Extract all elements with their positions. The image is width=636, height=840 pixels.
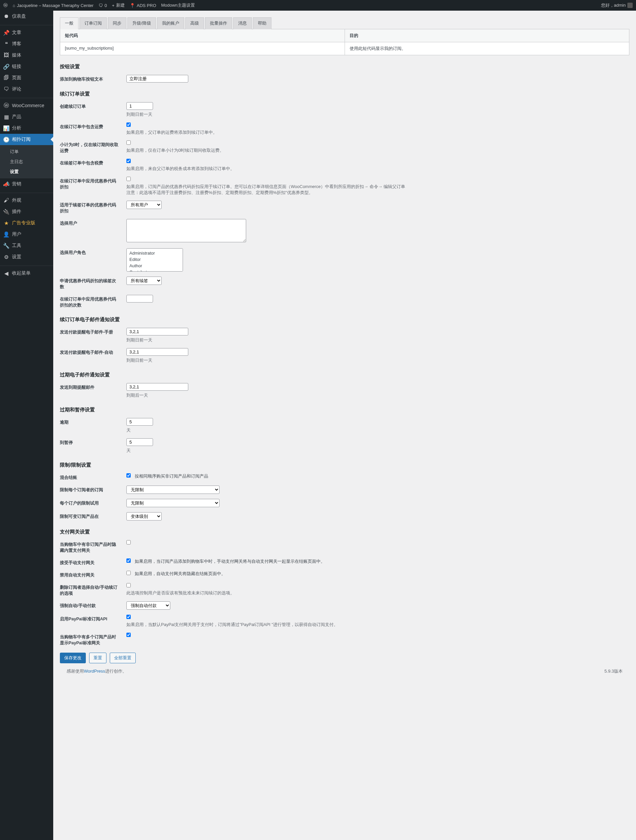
main-content: 一般 订单订阅 同步 升级/降级 我的账户 高级 批量操作 消息 帮助 短代码 … <box>53 11 636 840</box>
label-limit-variant: 限制可变订阅产品在 <box>60 512 126 519</box>
menu-users[interactable]: 👤用户 <box>0 229 53 240</box>
analytics-icon: 📊 <box>3 125 9 131</box>
input-button-text[interactable] <box>126 75 188 82</box>
menu-pages[interactable]: 🗐页面 <box>0 72 53 84</box>
checkbox-manual-gateway[interactable] <box>126 559 131 563</box>
select-discount-user[interactable]: 所有用户 <box>126 201 162 209</box>
select-renewal-count[interactable]: 所有续签 <box>126 276 162 285</box>
label-limit-sub: 限制每个订阅者的订阅 <box>60 486 126 493</box>
role-option[interactable]: Author <box>128 262 181 269</box>
select-limit-sub[interactable]: 无限制 <box>126 486 220 494</box>
checkbox-paypal[interactable] <box>126 615 131 619</box>
reset-all-button[interactable]: 全部重置 <box>110 653 136 663</box>
tab-my-account[interactable]: 我的账户 <box>157 17 184 29</box>
menu-tools[interactable]: 🔧工具 <box>0 240 53 251</box>
menu-plugins[interactable]: 🔌插件 <box>0 206 53 217</box>
menu-marketing[interactable]: 📣营销 <box>0 178 53 190</box>
multiselect-roles[interactable]: Administrator Editor Author Contributor <box>126 248 183 272</box>
label-discount-user: 适用于续签订单的优惠券代码折扣 <box>60 201 126 214</box>
brush-icon: 🖌 <box>3 197 9 203</box>
select-limit-variant[interactable]: 变体级别 <box>126 512 162 521</box>
input-overdue-email[interactable] <box>126 383 188 391</box>
footer-wordpress-link[interactable]: WordPress <box>84 669 105 674</box>
section-expiry: 过期和暂停设置 <box>60 407 629 413</box>
shortcode-table-row: [sumo_my_subscriptions] 使用此短代码显示我的订阅。 <box>60 42 629 55</box>
menu-products[interactable]: ▦产品 <box>0 111 53 123</box>
tab-advanced[interactable]: 高级 <box>185 17 204 29</box>
comments-link[interactable]: 🗨 0 <box>98 3 107 8</box>
tab-messages[interactable]: 消息 <box>233 17 252 29</box>
menu-posts[interactable]: 📌文章 <box>0 27 53 38</box>
save-button[interactable]: 保存更改 <box>60 653 86 663</box>
menu-settings[interactable]: ⚙设置 <box>0 251 53 262</box>
input-email-auto[interactable] <box>126 348 188 356</box>
greeting-link[interactable]: 您好，admin <box>601 2 633 8</box>
ads-pro-link[interactable]: 📍 ADS PRO <box>130 3 156 8</box>
menu-appearance[interactable]: 🖌外观 <box>0 195 53 206</box>
help-coupon: 如果启用，订阅产品的优惠券代码折扣应用于续订订单。您可以在订单详细信息页面（Wo… <box>126 184 629 196</box>
role-option[interactable]: Administrator <box>128 250 181 256</box>
checkbox-hide-gateway[interactable] <box>126 540 131 545</box>
checkbox-multi-paypal[interactable] <box>126 633 131 637</box>
reset-button[interactable]: 重置 <box>89 653 107 663</box>
media-icon: 🖾 <box>3 52 9 58</box>
input-expiry[interactable] <box>126 438 153 446</box>
help-email-manual: 到期日前一天 <box>126 337 629 343</box>
role-option[interactable]: Contributor <box>128 269 181 272</box>
footer: 感谢使用WordPress进行创作。 5.9.3版本 <box>60 663 629 679</box>
modown-link[interactable]: Modown主题设置 <box>161 2 195 8</box>
menu-comments[interactable]: 🗨评论 <box>0 84 53 95</box>
menu-dashboard[interactable]: ⏺仪表盘 <box>0 11 53 22</box>
gear-icon: ⚙ <box>3 254 9 260</box>
label-overdue-email: 发送到期提醒邮件 <box>60 383 126 390</box>
menu-woocommerce[interactable]: ⓦWooCommerce <box>0 100 53 111</box>
tab-bulk[interactable]: 批量操作 <box>205 17 232 29</box>
menu-blog[interactable]: ❝博客 <box>0 38 53 50</box>
input-email-manual[interactable] <box>126 328 188 335</box>
tab-order-sub[interactable]: 订单订阅 <box>80 17 107 29</box>
checkbox-tax[interactable] <box>126 159 131 163</box>
checkbox-shipping[interactable] <box>126 123 131 127</box>
menu-ads-pro[interactable]: ★广告专业版 <box>0 217 53 229</box>
user-icon: 👤 <box>3 231 9 237</box>
menu-subscriptions[interactable]: 🕒相扑订阅 <box>0 134 53 145</box>
page-icon: 🗐 <box>3 75 9 81</box>
role-option[interactable]: Editor <box>128 256 181 262</box>
sub-settings[interactable]: 设置 <box>0 167 53 177</box>
tab-help[interactable]: 帮助 <box>253 17 271 29</box>
label-paypal: 启用PayPal标准订阅API <box>60 615 126 622</box>
tab-upgrade[interactable]: 升级/降级 <box>128 17 156 29</box>
menu-collapse[interactable]: ◀收起菜单 <box>0 268 53 279</box>
checkbox-coupon[interactable] <box>126 177 131 181</box>
textarea-select-user[interactable] <box>126 219 246 242</box>
sub-master[interactable]: 主日志 <box>0 157 53 167</box>
menu-links[interactable]: 🔗链接 <box>0 61 53 72</box>
footer-thanks-prefix: 感谢使用 <box>66 669 84 674</box>
sub-orders[interactable]: 订单 <box>0 147 53 157</box>
avatar-icon <box>627 3 633 8</box>
input-create-renewal[interactable] <box>126 102 153 110</box>
checkbox-subtotal[interactable] <box>126 141 131 145</box>
checkbox-delete-sub[interactable] <box>126 583 131 587</box>
input-discount-times[interactable] <box>126 295 153 303</box>
help-tax: 如果启用，来自父订单的税务成本将添加到续订订单中。 <box>126 166 629 172</box>
select-limit-trial[interactable]: 无限制 <box>126 499 220 507</box>
new-link[interactable]: + 新建 <box>112 2 125 8</box>
site-link[interactable]: ⌂ Jacqueline – Massage Theraphy Center <box>13 3 93 8</box>
help-create-renewal: 到期日前一天 <box>126 112 629 117</box>
checkbox-disable-auto[interactable] <box>126 571 131 575</box>
select-force-pay[interactable]: 强制自动付款 <box>126 602 170 610</box>
input-overdue[interactable] <box>126 418 153 426</box>
wp-logo[interactable]: ⓦ <box>3 2 8 8</box>
checkbox-mixed[interactable] <box>126 473 131 478</box>
label-expiry: 到暂停 <box>60 438 126 445</box>
help-subtotal: 如果启用，仅在订单小计为0时续订期间收取运费。 <box>126 147 629 153</box>
menu-media[interactable]: 🖾媒体 <box>0 50 53 61</box>
label-email-auto: 发送付款提醒电子邮件-自动 <box>60 348 126 355</box>
help-overdue: 天 <box>126 427 629 433</box>
tab-general[interactable]: 一般 <box>60 17 79 29</box>
comment-icon: 🗨 <box>3 86 9 92</box>
text-delete-sub: 此选项控制用户是否应该有预批准未来订阅续订的选项。 <box>126 590 629 596</box>
menu-analytics[interactable]: 📊分析 <box>0 123 53 134</box>
tab-sync[interactable]: 同步 <box>108 17 126 29</box>
